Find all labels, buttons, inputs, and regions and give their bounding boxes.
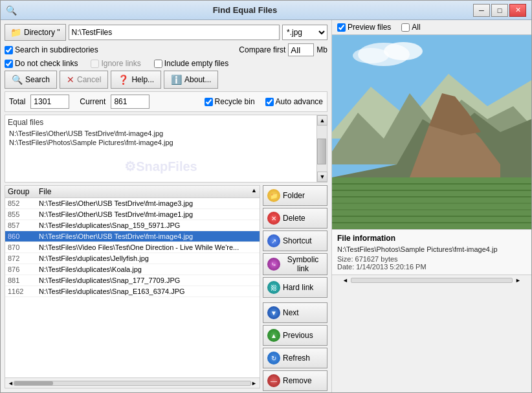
current-input[interactable] [111, 95, 150, 109]
file-group: 1162 [8, 287, 34, 295]
help-button[interactable]: ❓ Help... [111, 71, 161, 89]
scroll-down-button[interactable]: ▼ [317, 172, 327, 182]
h-scrollbar-thumb[interactable] [14, 381, 53, 385]
right-panel: Preview files All [332, 20, 531, 392]
delete-icon: ✕ [267, 212, 280, 225]
cancel-button[interactable]: ✕ Cancel [60, 71, 108, 89]
svg-rect-17 [332, 177, 531, 229]
no-check-links-checkbox[interactable] [5, 60, 13, 68]
compare-first-input[interactable] [288, 43, 314, 56]
file-path: N:\TestFiles\duplicates\Snap_E163_6374.J… [39, 287, 257, 295]
include-empty-checkbox[interactable] [154, 60, 162, 68]
action-buttons-col: 📁 Folder ✕ Delete ↗ Shortcut ⤷ Symbolic … [263, 185, 327, 388]
file-path: N:\TestFiles\duplicates\Snap_177_7709.JP… [39, 276, 257, 284]
file-row[interactable]: 852N:\TestFiles\Other\USB TestDrive\fmt-… [5, 198, 260, 209]
equal-file-item-2: N:\TestFiles\Photos\Sample Pictures\fmt-… [8, 138, 314, 147]
include-empty-label[interactable]: Include empty files [154, 59, 228, 68]
file-list-container: Group File ▲ 852N:\TestFiles\Other\USB T… [5, 185, 260, 388]
compare-first-row: Compare first Mb [239, 43, 327, 56]
preview-image [332, 35, 531, 229]
help-icon: ❓ [118, 74, 129, 85]
next-icon: ▼ [267, 306, 280, 319]
next-label: Next [283, 308, 299, 317]
file-row[interactable]: 872N:\TestFiles\duplicates\Jellyfish.jpg [5, 253, 260, 264]
delete-button[interactable]: ✕ Delete [263, 208, 327, 229]
file-path: N:\TestFiles\Other\USB TestDrive\fmt-ima… [39, 210, 257, 218]
file-group: 860 [8, 232, 34, 240]
file-row[interactable]: 870N:\TestFiles\Video Files\Test\One Dir… [5, 242, 260, 253]
file-row[interactable]: 876N:\TestFiles\duplicates\Koala.jpg [5, 264, 260, 275]
file-path: N:\TestFiles\duplicates\Koala.jpg [39, 265, 257, 273]
help-label: Help... [131, 75, 154, 84]
h-scrollbar-track[interactable] [14, 381, 251, 386]
hard-link-button[interactable]: ⛓ Hard link [263, 277, 327, 298]
main-window: 🔍 Find Equal Files ─ □ ✕ 📁 Directory " *… [0, 0, 532, 393]
about-button[interactable]: ℹ️ About... [164, 71, 218, 89]
hard-link-label: Hard link [283, 283, 313, 292]
file-list-scroll[interactable]: 852N:\TestFiles\Other\USB TestDrive\fmt-… [5, 198, 260, 377]
file-path: N:\TestFiles\Video Files\Test\One Direct… [39, 243, 257, 251]
directory-button[interactable]: 📁 Directory " [5, 24, 66, 41]
refresh-label: Refresh [283, 354, 310, 363]
total-input[interactable] [30, 95, 69, 109]
preview-svg [332, 35, 531, 229]
previous-button[interactable]: ▲ Previous [263, 325, 327, 346]
preview-files-label[interactable]: Preview files [337, 23, 391, 32]
file-row[interactable]: 881N:\TestFiles\duplicates\Snap_177_7709… [5, 275, 260, 286]
hard-link-icon: ⛓ [267, 281, 280, 294]
h-scroll-right[interactable]: ► [251, 380, 257, 387]
total-label: Total [9, 97, 25, 106]
file-row[interactable]: 860N:\TestFiles\Other\USB TestDrive\fmt-… [5, 231, 260, 242]
extension-select[interactable]: *.jpg *.png *.* [282, 25, 327, 40]
search-subdirs-label[interactable]: Search in subdirectories [5, 45, 98, 54]
search-subdirs-checkbox[interactable] [5, 46, 13, 54]
shortcut-label: Shortcut [283, 236, 312, 245]
scroll-up-button[interactable]: ▲ [317, 115, 327, 126]
col-header-file: File [39, 187, 246, 196]
no-check-links-label[interactable]: Do not check links [5, 59, 78, 68]
equal-files-scrollbar[interactable]: ▲ ▼ [316, 115, 327, 182]
refresh-button[interactable]: ↻ Refresh [263, 348, 327, 368]
right-scrollbar[interactable]: ◄ ► [332, 275, 531, 285]
scroll-track[interactable] [317, 126, 327, 172]
recycle-bin-checkbox[interactable] [205, 98, 213, 106]
ignore-links-label[interactable]: Ignore links [91, 59, 140, 68]
remove-button[interactable]: — Remove [263, 370, 327, 391]
file-row[interactable]: 855N:\TestFiles\Other\USB TestDrive\fmt-… [5, 209, 260, 220]
right-scrollbar-track[interactable] [351, 278, 513, 283]
file-row[interactable]: 857N:\TestFiles\duplicates\Snap_159_5971… [5, 220, 260, 231]
path-input[interactable] [69, 25, 280, 40]
scroll-thumb[interactable] [317, 139, 326, 164]
folder-icon: 📁 [10, 27, 21, 38]
preview-files-checkbox[interactable] [337, 23, 346, 32]
symbolic-link-button[interactable]: ⤷ Symbolic link [263, 253, 327, 275]
snap-watermark: ⚙SnapFiles [8, 153, 314, 179]
all-label[interactable]: All [401, 23, 420, 32]
shortcut-button[interactable]: ↗ Shortcut [263, 230, 327, 251]
file-path: N:\TestFiles\duplicates\Snap_159_5971.JP… [39, 221, 257, 229]
maximize-button[interactable]: □ [491, 4, 508, 17]
folder-button[interactable]: 📁 Folder [263, 185, 327, 206]
refresh-icon: ↻ [267, 352, 280, 365]
equal-file-item-1: N:\TestFiles\Other\USB TestDrive\fmt-ima… [8, 129, 314, 138]
auto-advance-checkbox[interactable] [265, 98, 274, 106]
minimize-button[interactable]: ─ [473, 4, 490, 17]
search-button[interactable]: 🔍 Search [5, 71, 57, 89]
next-button[interactable]: ▼ Next [263, 302, 327, 323]
symbolic-link-label: Symbolic link [283, 255, 323, 273]
file-row[interactable]: 1162N:\TestFiles\duplicates\Snap_E163_63… [5, 286, 260, 297]
file-info-size: Size: 671627 bytes [337, 255, 526, 263]
window-title: Find Equal Files [17, 5, 473, 15]
file-group: 881 [8, 276, 34, 284]
search-label: Search [25, 75, 50, 84]
h-scroll-left[interactable]: ◄ [8, 380, 14, 387]
right-scroll-right[interactable]: ► [515, 277, 521, 284]
recycle-bin-label[interactable]: Recycle bin [205, 97, 255, 106]
auto-advance-label[interactable]: Auto advance [265, 97, 323, 106]
previous-label: Previous [283, 331, 313, 340]
h-scrollbar[interactable]: ◄ ► [5, 377, 260, 388]
close-button[interactable]: ✕ [509, 4, 526, 17]
content-area: 📁 Directory " *.jpg *.png *.* Search in … [1, 20, 531, 392]
right-scroll-left[interactable]: ◄ [342, 277, 348, 284]
all-checkbox[interactable] [401, 23, 410, 32]
